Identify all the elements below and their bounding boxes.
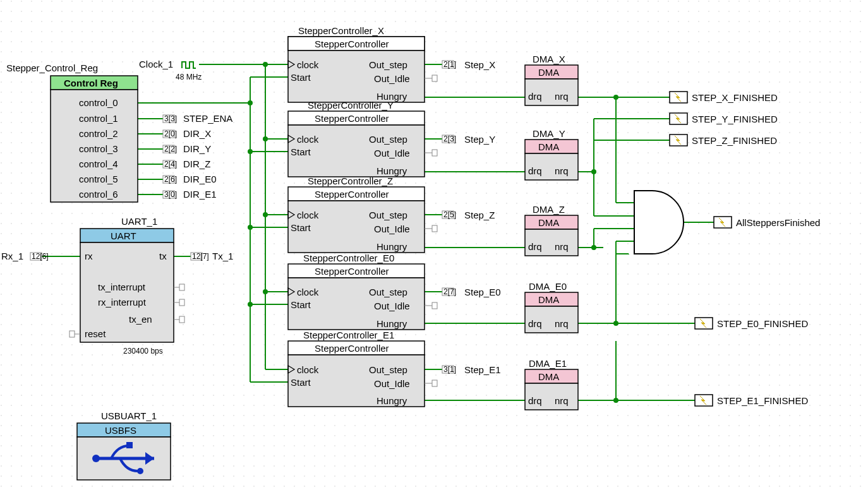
stepper-y-block[interactable]: StepperController_Y StepperController cl…: [288, 100, 425, 177]
isr-step-e0[interactable]: [695, 318, 713, 329]
svg-text:Step_Y: Step_Y: [464, 134, 495, 145]
svg-text:Hungry: Hungry: [377, 165, 407, 176]
svg-text:DMA: DMA: [538, 141, 559, 152]
svg-text:Hungry: Hungry: [377, 395, 407, 406]
svg-rect-217: [179, 299, 184, 306]
uart-tx-pin[interactable]: 12[7]: [191, 252, 209, 261]
svg-text:Start: Start: [291, 222, 311, 233]
svg-rect-215: [179, 284, 184, 290]
svg-text:STEP_E1_FINISHED: STEP_E1_FINISHED: [717, 395, 808, 406]
svg-text:control_6: control_6: [79, 189, 118, 200]
svg-text:48 MHz: 48 MHz: [176, 73, 202, 81]
svg-text:UART: UART: [111, 230, 136, 241]
svg-text:DMA_Y: DMA_Y: [533, 128, 565, 139]
svg-text:StepperController_Y: StepperController_Y: [308, 100, 394, 111]
svg-text:nrq: nrq: [555, 395, 569, 406]
svg-text:Start: Start: [291, 377, 311, 388]
control-pin-dire1[interactable]: 3[0]: [163, 190, 177, 199]
step-y-pin[interactable]: 2[3]: [442, 134, 456, 143]
isr-step-x[interactable]: [670, 92, 687, 103]
control-pin-dire0[interactable]: 2[6]: [163, 175, 177, 184]
svg-text:tx_en: tx_en: [129, 314, 152, 325]
svg-text:12[7]: 12[7]: [192, 252, 209, 261]
uart-rx-pin[interactable]: 12[6]: [30, 252, 49, 261]
svg-text:Out_Idle: Out_Idle: [374, 73, 410, 84]
isr-all[interactable]: [714, 217, 732, 228]
stepper-z-block[interactable]: StepperController_Z StepperController cl…: [288, 176, 425, 253]
svg-rect-123: [432, 150, 437, 156]
svg-text:drq: drq: [528, 395, 542, 406]
svg-text:Step_Z: Step_Z: [464, 210, 495, 220]
svg-text:Tx_1: Tx_1: [212, 251, 233, 261]
control-reg-instance-name: Stepper_Control_Reg: [6, 63, 98, 73]
svg-text:rx: rx: [85, 251, 93, 261]
svg-point-228: [137, 468, 143, 474]
svg-text:StepperController: StepperController: [315, 343, 389, 354]
isr-step-e1[interactable]: [695, 395, 713, 406]
svg-text:3[1]: 3[1]: [443, 365, 456, 374]
svg-text:clock: clock: [297, 364, 319, 375]
svg-text:USBFS: USBFS: [105, 425, 136, 436]
uart-block[interactable]: UART_1 UART rx tx tx_interrupt rx_interr…: [80, 216, 174, 356]
svg-text:Out_step: Out_step: [369, 364, 407, 375]
svg-text:2[7]: 2[7]: [443, 287, 456, 296]
svg-text:STEP_ENA: STEP_ENA: [183, 113, 232, 124]
control-pin-dirx[interactable]: 2[0]: [163, 129, 177, 138]
stepper-x-block[interactable]: StepperController_X StepperController cl…: [288, 25, 425, 102]
svg-text:DIR_Z: DIR_Z: [183, 158, 210, 169]
svg-text:DMA_E0: DMA_E0: [529, 281, 567, 292]
svg-text:2[2]: 2[2]: [164, 145, 177, 153]
svg-text:nrq: nrq: [555, 241, 569, 252]
svg-text:USBUART_1: USBUART_1: [101, 410, 157, 421]
svg-text:DIR_E1: DIR_E1: [183, 189, 217, 200]
stepper-e1-block[interactable]: StepperController_E1 StepperController c…: [288, 330, 425, 407]
svg-text:DIR_Y: DIR_Y: [183, 143, 211, 154]
control-pin-ena[interactable]: 3[3]: [163, 114, 177, 123]
svg-rect-110: [432, 75, 437, 81]
svg-text:2[6]: 2[6]: [164, 175, 177, 184]
svg-point-25: [248, 225, 253, 230]
control-pin-diry[interactable]: 2[2]: [163, 145, 177, 153]
stepper-e0-block[interactable]: StepperController_E0 StepperController c…: [288, 253, 425, 330]
svg-text:tx: tx: [159, 251, 167, 261]
step-e0-pin[interactable]: 2[7]: [442, 287, 456, 296]
step-e1-pin[interactable]: 3[1]: [442, 365, 456, 374]
svg-text:DMA: DMA: [538, 371, 559, 382]
svg-text:Hungry: Hungry: [377, 241, 407, 252]
svg-text:drq: drq: [528, 318, 542, 329]
svg-text:2[3]: 2[3]: [443, 134, 456, 143]
step-x-pin[interactable]: 2[1]: [442, 60, 456, 69]
svg-text:nrq: nrq: [555, 91, 569, 102]
svg-text:Step_X: Step_X: [464, 59, 495, 70]
svg-text:Out_step: Out_step: [369, 134, 407, 145]
svg-text:DMA: DMA: [538, 294, 559, 305]
svg-text:Out_step: Out_step: [369, 59, 407, 70]
svg-text:2[0]: 2[0]: [164, 129, 177, 138]
svg-rect-162: [432, 380, 437, 386]
control-reg-title: Control Reg: [64, 78, 118, 88]
step-z-pin[interactable]: 2[5]: [442, 210, 456, 219]
control-pin-dirz[interactable]: 2[4]: [163, 160, 177, 169]
svg-text:DMA_E1: DMA_E1: [529, 358, 567, 369]
svg-text:3[0]: 3[0]: [164, 190, 177, 199]
svg-text:Out_Idle: Out_Idle: [374, 224, 410, 234]
svg-point-24: [248, 149, 253, 154]
svg-text:clock: clock: [297, 59, 319, 70]
svg-text:DIR_E0: DIR_E0: [183, 174, 217, 184]
svg-text:2[4]: 2[4]: [164, 160, 177, 169]
svg-point-40: [613, 95, 618, 100]
svg-text:Step_E0: Step_E0: [464, 287, 501, 297]
svg-text:nrq: nrq: [555, 165, 569, 176]
svg-text:control_4: control_4: [79, 158, 118, 169]
svg-text:DMA: DMA: [538, 217, 559, 228]
isr-step-y[interactable]: [670, 113, 687, 124]
isr-step-z[interactable]: [670, 134, 687, 146]
svg-text:StepperController: StepperController: [315, 39, 389, 49]
svg-rect-221: [69, 331, 75, 337]
svg-text:clock: clock: [297, 287, 319, 297]
svg-text:DMA_X: DMA_X: [533, 54, 565, 64]
svg-text:Start: Start: [291, 299, 311, 310]
svg-text:rx_interrupt: rx_interrupt: [98, 297, 147, 308]
svg-text:control_5: control_5: [79, 174, 118, 184]
svg-text:2[5]: 2[5]: [443, 210, 456, 219]
